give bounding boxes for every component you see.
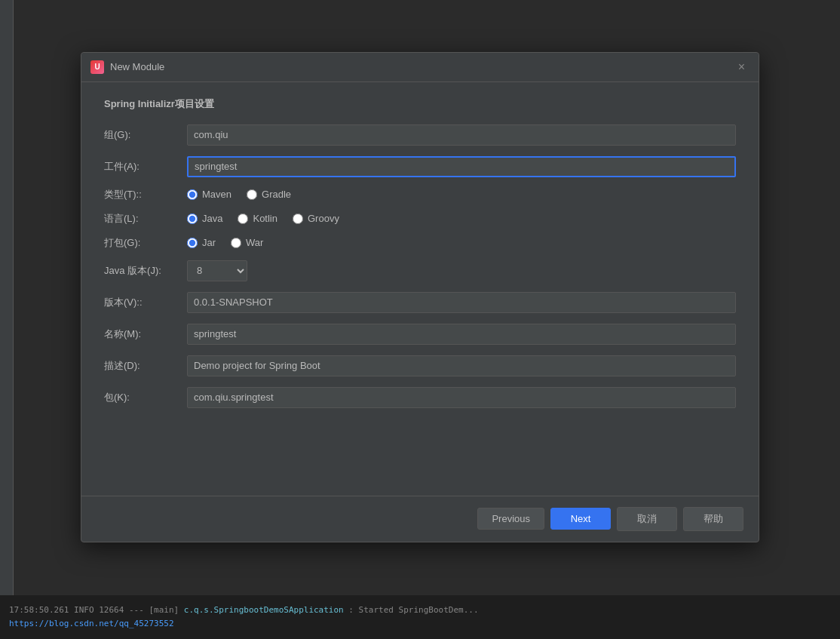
version-row: 版本(V):: [104,292,736,313]
language-groovy-label: Groovy [308,213,339,224]
status-timestamp: 17:58:50.261 INFO 12664 --- [ [9,605,154,615]
new-module-dialog: U New Module × Spring Initializr项目设置 组(G… [81,52,759,542]
type-maven-radio[interactable] [187,189,198,200]
dialog-title: New Module [110,61,164,72]
help-button[interactable]: 帮助 [683,507,743,531]
language-groovy-option[interactable]: Groovy [293,213,339,224]
name-row: 名称(M): [104,324,736,345]
language-row: 语言(L): Java Kotlin Groovy [104,212,736,226]
description-input[interactable] [187,355,736,376]
modal-overlay: U New Module × Spring Initializr项目设置 组(G… [0,0,840,594]
packaging-row: 打包(G): Jar War [104,236,736,250]
packaging-jar-radio[interactable] [187,238,198,248]
description-label: 描述(D): [104,359,187,373]
language-label: 语言(L): [104,212,187,226]
status-url: https://blog.csdn.net/qq_45273552 [9,619,174,628]
packaging-war-option[interactable]: War [231,237,263,248]
app-icon: U [90,60,104,74]
status-line-1: 17:58:50.261 INFO 12664 --- [main] c.q.s… [9,604,831,617]
type-gradle-option[interactable]: Gradle [247,189,291,200]
packaging-radio-group: Jar War [187,237,736,248]
group-input[interactable] [187,124,736,146]
package-row: 包(K): [104,387,736,408]
type-maven-option[interactable]: Maven [187,189,231,200]
name-input[interactable] [187,324,736,345]
language-kotlin-radio[interactable] [238,214,248,224]
status-class: c.q.s.SpringbootDemoSApplication [184,605,344,615]
previous-button[interactable]: Previous [477,508,544,530]
packaging-war-label: War [246,237,263,248]
language-groovy-radio[interactable] [293,214,303,224]
artifact-input[interactable] [187,156,736,177]
next-button[interactable]: Next [550,508,611,530]
type-label: 类型(T):: [104,188,187,201]
language-java-label: Java [202,213,222,224]
type-maven-label: Maven [202,189,231,200]
description-row: 描述(D): [104,355,736,376]
type-row: 类型(T):: Maven Gradle [104,188,736,201]
package-input[interactable] [187,387,736,408]
modal-body: Spring Initializr项目设置 组(G): 工件(A): 类型(T)… [81,82,759,496]
package-label: 包(K): [104,391,187,404]
java-version-row: Java 版本(J): 8 11 17 21 [104,260,736,281]
packaging-jar-label: Jar [202,237,216,248]
modal-footer: Previous Next 取消 帮助 [81,496,759,542]
modal-titlebar: U New Module × [81,53,759,82]
titlebar-left: U New Module [90,60,164,74]
version-label: 版本(V):: [104,296,187,309]
type-gradle-label: Gradle [262,189,291,200]
language-radio-group: Java Kotlin Groovy [187,213,736,224]
section-title: Spring Initializr项目设置 [104,97,736,111]
packaging-label: 打包(G): [104,236,187,250]
java-version-label: Java 版本(J): [104,264,187,278]
close-button[interactable]: × [734,59,750,75]
artifact-row: 工件(A): [104,156,736,177]
language-kotlin-option[interactable]: Kotlin [238,213,277,224]
language-kotlin-label: Kotlin [253,213,277,224]
group-row: 组(G): [104,124,736,146]
type-radio-group: Maven Gradle [187,189,736,200]
type-gradle-radio[interactable] [247,189,257,200]
java-version-select[interactable]: 8 11 17 21 [187,260,247,281]
packaging-jar-option[interactable]: Jar [187,237,216,248]
cancel-button[interactable]: 取消 [617,507,677,531]
language-java-option[interactable]: Java [187,213,222,224]
language-java-radio[interactable] [187,214,198,224]
group-label: 组(G): [104,128,187,142]
version-input[interactable] [187,292,736,313]
artifact-label: 工件(A): [104,160,187,174]
status-line-2: https://blog.csdn.net/qq_45273552 [9,617,831,631]
packaging-war-radio[interactable] [231,238,241,248]
status-bar: 17:58:50.261 INFO 12664 --- [main] c.q.s… [0,595,840,639]
name-label: 名称(M): [104,327,187,341]
